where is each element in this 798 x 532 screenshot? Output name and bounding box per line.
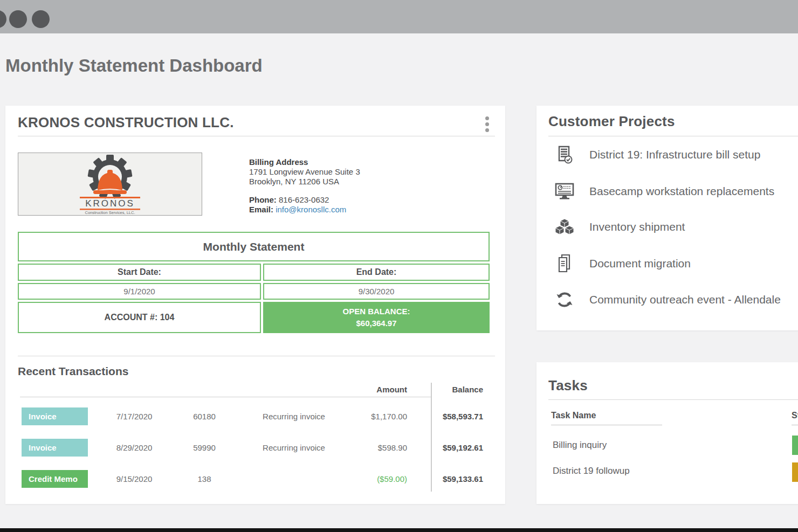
- open-balance-label: OPEN BALANCE:: [342, 306, 410, 318]
- divider: [548, 399, 798, 400]
- page-title: Monthly Statement Dashboard: [5, 56, 263, 76]
- bottom-edge-bar: [0, 528, 798, 532]
- transaction-balance: $59,192.61: [413, 439, 483, 457]
- start-date-value: 9/1/2020: [18, 283, 261, 300]
- billing-heading: Billing Address: [249, 157, 360, 167]
- projects-title: Customer Projects: [548, 113, 675, 130]
- transaction-type-badge: Invoice: [22, 407, 88, 425]
- logo-wordmark: KRONOS: [85, 198, 135, 209]
- project-list-item[interactable]: Basecamp workstation replacements: [536, 178, 798, 204]
- window-dot-icon[interactable]: [0, 10, 6, 28]
- phone-label: Phone:: [249, 195, 277, 204]
- project-list-item[interactable]: District 19: Infrastructure bill setup: [536, 142, 798, 168]
- phone-value: 816-623-0632: [279, 195, 329, 204]
- project-label: Basecamp workstation replacements: [589, 178, 774, 204]
- document-check-icon: [554, 144, 575, 165]
- balance-column-header: Balance: [418, 385, 483, 394]
- transaction-number: 138: [177, 470, 231, 488]
- tasks-card: Tasks Task Name Status Billing inquiry D…: [536, 362, 798, 504]
- open-balance-value: $60,364.97: [356, 317, 396, 330]
- divider: [548, 136, 798, 136]
- billing-address-line2: Brooklyn, NY 11206 USA: [249, 177, 360, 186]
- end-date-value: 9/30/2020: [263, 283, 490, 300]
- window-title-bar: [0, 0, 798, 33]
- task-status-badge[interactable]: [792, 436, 798, 455]
- project-label: Inventory shipment: [589, 214, 685, 240]
- transactions-heading: Recent Transactions: [18, 365, 128, 378]
- tasks-title: Tasks: [548, 377, 588, 394]
- header-underline: [551, 425, 662, 425]
- transaction-row[interactable]: Invoice 8/29/2020 59990 Recurring invoic…: [5, 439, 505, 457]
- window-dot-icon[interactable]: [9, 10, 27, 28]
- status-column-header: Status: [792, 411, 798, 420]
- project-label: District 19: Infrastructure bill setup: [589, 142, 760, 168]
- sync-icon: [554, 289, 575, 310]
- header-underline: [792, 425, 798, 425]
- workstation-icon: [554, 181, 575, 202]
- transaction-type-badge: Credit Memo: [22, 470, 88, 488]
- transaction-row[interactable]: Invoice 7/17/2020 60180 Recurring invoic…: [5, 407, 505, 425]
- billing-address-line1: 1791 Longview Avenue Suite 3: [249, 167, 360, 177]
- company-logo: KRONOS Construction Services, LLC.: [18, 153, 202, 216]
- start-date-label: Start Date:: [18, 264, 261, 281]
- amount-column-header: Amount: [342, 385, 407, 394]
- task-name[interactable]: District 19 followup: [553, 466, 714, 476]
- boxes-icon: [554, 216, 575, 238]
- billing-address-block: Billing Address 1791 Longview Avenue Sui…: [249, 157, 360, 215]
- transaction-type-badge: Invoice: [22, 439, 88, 457]
- transaction-number: 60180: [177, 407, 231, 425]
- statement-table-title: Monthly Statement: [18, 232, 490, 261]
- end-date-label: End Date:: [263, 264, 490, 281]
- transaction-amount: $1,170.00: [326, 407, 407, 425]
- transaction-date: 7/17/2020: [99, 407, 169, 425]
- task-name-column-header: Task Name: [551, 411, 596, 420]
- account-number: ACCOUNT #: 104: [18, 302, 261, 333]
- task-name[interactable]: Billing inquiry: [553, 440, 714, 451]
- documents-icon: [554, 253, 575, 274]
- transaction-balance: $59,133.61: [413, 470, 483, 488]
- statement-card: KRONOS CONSTRUCTION LLC.: [5, 106, 505, 504]
- divider: [18, 136, 495, 136]
- logo-subtitle: Construction Services, LLC.: [85, 210, 135, 215]
- transaction-amount: $598.90: [326, 439, 407, 457]
- monthly-statement-table: Monthly Statement Start Date: End Date: …: [18, 232, 490, 333]
- project-list-item[interactable]: Community outreach event - Allendale: [536, 287, 798, 313]
- project-label: Community outreach event - Allendale: [589, 287, 781, 313]
- project-label: Document migration: [589, 251, 691, 277]
- transaction-number: 59990: [177, 439, 231, 457]
- kebab-menu-icon[interactable]: [483, 116, 491, 134]
- transaction-amount: ($59.00): [326, 470, 407, 488]
- company-title: KRONOS CONSTRUCTION LLC.: [18, 114, 234, 131]
- email-link[interactable]: info@kronosllc.com: [276, 205, 346, 214]
- billing-email-row: Email: info@kronosllc.com: [249, 205, 360, 215]
- window-dot-icon[interactable]: [32, 10, 50, 28]
- divider: [18, 356, 495, 356]
- kronos-logo-graphic: KRONOS Construction Services, LLC.: [18, 153, 202, 215]
- transaction-date: 8/29/2020: [99, 439, 169, 457]
- open-balance-cell: OPEN BALANCE: $60,364.97: [263, 302, 490, 333]
- task-status-badge[interactable]: [792, 462, 798, 482]
- billing-phone-row: Phone: 816-623-0632: [249, 195, 360, 205]
- project-list-item[interactable]: Inventory shipment: [536, 214, 798, 240]
- email-label: Email:: [249, 205, 273, 214]
- transaction-date: 9/15/2020: [99, 470, 169, 488]
- transaction-row[interactable]: Credit Memo 9/15/2020 138 ($59.00) $59,1…: [5, 470, 505, 488]
- transaction-balance: $58,593.71: [413, 407, 483, 425]
- customer-projects-card: Customer Projects District 19: Infrastru…: [536, 106, 798, 330]
- project-list-item[interactable]: Document migration: [536, 251, 798, 277]
- header-underline: [20, 397, 431, 397]
